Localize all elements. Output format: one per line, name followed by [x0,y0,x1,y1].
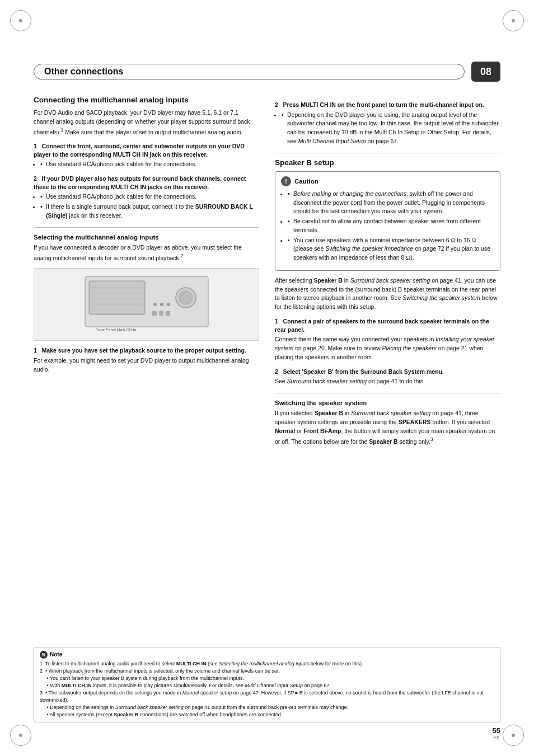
corner-bl-decoration [10,725,31,746]
page-number: 55 [493,726,500,735]
switching-text: If you selected Speaker B in Surround ba… [275,409,500,446]
note-text-3c: • All speaker systems (except Speaker B … [40,711,494,719]
caution-bullet1: Before making or changing the connection… [288,190,494,216]
main-content: Connecting the multichannel analog input… [34,95,500,448]
caution-bullet3: You can use speakers with a nominal impe… [288,236,494,262]
note-label: Note [50,651,62,658]
step1-bullets: Use standard RCA/phono jack cables for t… [40,160,259,169]
svg-rect-9 [152,311,157,316]
caution-icon: ! [281,176,291,186]
step2-heading: 2 If your DVD player also has outputs fo… [34,175,259,191]
selecting-text: If you have connected a decoder or a DVD… [34,243,259,262]
selecting-heading: Selecting the multichannel analog inputs [34,233,259,242]
note-header: N Note [40,651,494,659]
note-text-3: 3 • The subwoofer output depends on the … [40,689,494,704]
note-text-3b: • Depending on the settings in Surround … [40,704,494,711]
note-text-2c: • With MULTI CH IN inputs, it is possibl… [40,682,494,689]
left-column: Connecting the multichannel analog input… [34,95,259,448]
speaker-b-step1-text: Connect them the same way you connected … [275,335,500,361]
note-icon: N [40,651,48,659]
caution-header: ! Caution [281,176,494,186]
multichannel-heading: Connecting the multichannel analog input… [34,95,259,105]
page-container: Other connections 08 Connecting the mult… [0,0,534,756]
step1-bullet1: Use standard RCA/phono jack cables for t… [40,160,259,169]
svg-rect-10 [159,311,163,316]
svg-point-12 [153,303,157,306]
after-caution-text: After selecting Speaker B in Surround ba… [275,276,500,312]
step-press-heading: 2 Press MULTI CH IN on the front panel t… [275,101,500,109]
corner-br-decoration [503,725,524,746]
step-press-bullet1: Depending on the DVD player you're using… [282,111,500,146]
step2-bullet1: Use standard RCA/phono jack cables for t… [40,192,259,201]
caution-label: Caution [294,178,318,185]
corner-tr-decoration [503,10,524,31]
note-box: N Note 1 To listen to multichannel analo… [34,647,500,722]
step-make-sure-heading: 1 Make sure you have set the playback so… [34,346,259,355]
section-title: Other connections [44,67,123,77]
right-column: 2 Press MULTI CH IN on the front panel t… [275,95,500,448]
sub-divider-3 [275,393,500,393]
svg-text:Front Panel Multi CH In: Front Panel Multi CH In [95,328,136,332]
svg-point-13 [160,303,163,306]
header-bar: Other connections 08 [34,62,500,82]
step2-bullets: Use standard RCA/phono jack cables for t… [40,192,259,220]
speaker-b-step2-heading: 2 Select 'Speaker B' from the Surround B… [275,368,500,376]
caution-bullet2: Be careful not to allow any contact betw… [288,217,494,235]
speaker-b-heading: Speaker B setup [275,158,500,168]
chapter-badge: 08 [471,62,500,82]
speaker-b-step2-text: See Surround back speaker setting on pag… [275,377,500,386]
section-title-box: Other connections [34,64,465,79]
device-svg: Front Panel Multi CH In [82,271,211,338]
device-image: Front Panel Multi CH In [34,268,259,341]
svg-point-8 [179,291,193,304]
step1-heading: 1 Connect the front, surround, center an… [34,142,259,158]
corner-tl-decoration [10,10,31,31]
speaker-b-step1-heading: 1 Connect a pair of speakers to the surr… [275,317,500,334]
sub-divider-1 [34,227,259,228]
svg-rect-11 [166,311,170,316]
page-lang: En [493,735,499,740]
svg-rect-2 [90,282,144,313]
note-text-1: 1 To listen to multichannel analog audio… [40,660,494,668]
note-text-2: 2 • When playback from the multichannel … [40,668,494,675]
intro-paragraph: For DVD Audio and SACD playback, your DV… [34,109,259,137]
page-number-area: 55 En [493,726,500,740]
caution-bullets: Before making or changing the connection… [288,190,494,262]
caution-box: ! Caution Before making or changing the … [275,171,500,271]
step-press-bullets: Depending on the DVD player you're using… [282,111,500,146]
svg-point-14 [167,303,170,306]
switching-heading: Switching the speaker system [275,399,500,408]
step2-bullet2: If there is a single surround back outpu… [40,203,259,220]
step-make-sure-text: For example, you might need to set your … [34,356,259,374]
note-text-2b: • You can't listen to your speaker B sys… [40,675,494,682]
sub-divider-2 [275,153,500,153]
